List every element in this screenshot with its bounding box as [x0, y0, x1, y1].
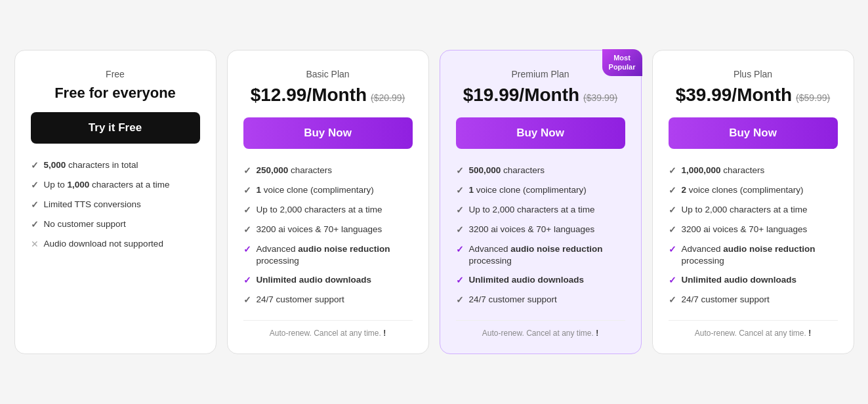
plan-price-row-premium: $19.99/Month ($39.99)	[456, 85, 625, 106]
feature-item: ✓ Unlimited audio downloads	[243, 274, 413, 287]
check-icon: ✓	[31, 199, 39, 212]
plan-price-basic: $12.99/Month	[251, 85, 367, 106]
feature-item: ✓ 1,000,000 characters	[669, 165, 838, 178]
plan-card-premium: MostPopular Premium Plan $19.99/Month ($…	[440, 50, 642, 354]
buy-now-button-basic[interactable]: Buy Now	[243, 117, 413, 149]
plan-label-premium: Premium Plan	[456, 69, 625, 79]
plan-price-old-basic: ($20.99)	[371, 92, 405, 103]
features-list-plus: ✓ 1,000,000 characters ✓ 2 voice clones …	[669, 165, 838, 307]
check-icon: ✓	[243, 185, 251, 197]
feature-item: ✓ Unlimited audio downloads	[456, 274, 625, 287]
features-list-basic: ✓ 250,000 characters ✓ 1 voice clone (co…	[243, 165, 413, 307]
check-icon: ✓	[456, 165, 464, 178]
feature-item: ✓ 3200 ai voices & 70+ languages	[243, 224, 413, 237]
plan-price-old-plus: ($59.99)	[796, 92, 830, 103]
plan-card-basic: Basic Plan $12.99/Month ($20.99) Buy Now…	[227, 50, 429, 354]
most-popular-badge: MostPopular	[602, 49, 642, 76]
plan-price-plus: $39.99/Month	[676, 85, 792, 106]
check-icon: ✓	[243, 244, 251, 256]
feature-item: ✓ 500,000 characters	[456, 165, 625, 178]
check-icon: ✓	[669, 275, 676, 287]
feature-item: ✓ Up to 2,000 characters at a time	[243, 204, 413, 217]
plan-card-plus: Plus Plan $39.99/Month ($59.99) Buy Now …	[652, 50, 854, 354]
plan-label-basic: Basic Plan	[243, 69, 413, 79]
feature-item: ✓ Advanced audio noise reduction process…	[669, 243, 838, 268]
feature-item: ✓ No customer support	[31, 218, 200, 232]
buy-now-button-premium[interactable]: Buy Now	[456, 117, 625, 149]
plan-title-free: Free for everyone	[31, 85, 200, 102]
feature-item: ✓ Advanced audio noise reduction process…	[243, 243, 413, 268]
plan-price-row-basic: $12.99/Month ($20.99)	[243, 85, 413, 106]
feature-item: ✓ 1 voice clone (complimentary)	[456, 184, 625, 197]
feature-item: ✓ 24/7 customer support	[456, 294, 625, 307]
features-list-premium: ✓ 500,000 characters ✓ 1 voice clone (co…	[456, 165, 625, 307]
try-free-button[interactable]: Try it Free	[31, 112, 200, 144]
feature-item: ✓ 250,000 characters	[243, 165, 413, 178]
feature-item: ✓ 24/7 customer support	[669, 294, 838, 307]
check-icon: ✓	[456, 185, 464, 197]
feature-item: ✓ 3200 ai voices & 70+ languages	[669, 224, 838, 237]
plan-price-old-premium: ($39.99)	[583, 92, 617, 103]
cross-icon: ✕	[31, 239, 39, 251]
buy-now-button-plus[interactable]: Buy Now	[669, 117, 838, 149]
check-icon: ✓	[243, 165, 251, 178]
check-icon: ✓	[669, 185, 676, 197]
feature-item: ✓ 3200 ai voices & 70+ languages	[456, 224, 625, 237]
check-icon: ✓	[456, 275, 464, 287]
feature-item: ✓ 2 voice clones (complimentary)	[669, 184, 838, 197]
check-icon: ✓	[669, 165, 676, 178]
feature-item: ✓ Unlimited audio downloads	[669, 274, 838, 287]
check-icon: ✓	[243, 224, 251, 237]
feature-item: ✓ 1 voice clone (complimentary)	[243, 184, 413, 197]
check-icon: ✓	[669, 294, 676, 307]
check-icon: ✓	[243, 275, 251, 287]
feature-item: ✓ 5,000 characters in total	[31, 159, 200, 172]
check-icon: ✓	[456, 205, 464, 217]
check-icon: ✓	[31, 219, 39, 232]
plan-card-free: Free Free for everyone Try it Free ✓ 5,0…	[14, 50, 217, 354]
feature-item: ✓ Up to 2,000 characters at a time	[669, 204, 838, 217]
feature-item: ✓ Advanced audio noise reduction process…	[456, 243, 625, 268]
check-icon: ✓	[669, 205, 676, 217]
check-icon: ✓	[669, 224, 676, 237]
feature-item: ✓ Up to 2,000 characters at a time	[456, 204, 625, 217]
plan-label-free: Free	[31, 69, 200, 79]
check-icon: ✓	[243, 205, 251, 217]
check-icon: ✓	[31, 180, 39, 192]
check-icon: ✓	[669, 244, 676, 256]
auto-renew-plus: Auto-renew. Cancel at any time. !	[669, 320, 838, 338]
feature-item: ✕ Audio download not supported	[31, 238, 200, 251]
auto-renew-basic: Auto-renew. Cancel at any time. !	[243, 320, 413, 338]
pricing-container: Free Free for everyone Try it Free ✓ 5,0…	[14, 50, 854, 354]
feature-item: ✓ Limited TTS conversions	[31, 199, 200, 212]
plan-price-premium: $19.99/Month	[463, 85, 579, 106]
plan-price-row-plus: $39.99/Month ($59.99)	[669, 85, 838, 106]
check-icon: ✓	[243, 294, 251, 307]
plan-label-plus: Plus Plan	[669, 69, 838, 79]
check-icon: ✓	[456, 244, 464, 256]
auto-renew-premium: Auto-renew. Cancel at any time. !	[456, 320, 625, 338]
check-icon: ✓	[31, 160, 39, 172]
feature-item: ✓ Up to 1,000 characters at a time	[31, 179, 200, 192]
check-icon: ✓	[456, 294, 464, 307]
features-list-free: ✓ 5,000 characters in total ✓ Up to 1,00…	[31, 159, 200, 338]
check-icon: ✓	[456, 224, 464, 237]
feature-item: ✓ 24/7 customer support	[243, 294, 413, 307]
